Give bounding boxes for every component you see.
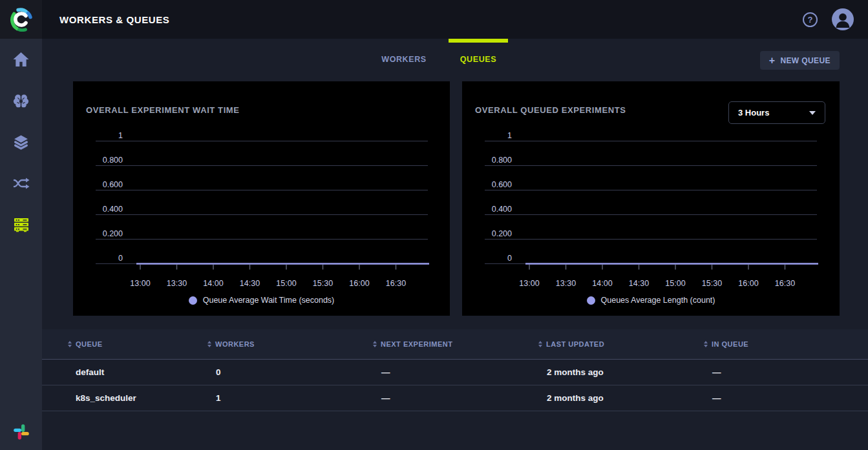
sort-icon[interactable]: [704, 341, 708, 347]
queue-name: default: [42, 360, 207, 385]
sidebar-item-slack[interactable]: [10, 420, 33, 444]
svg-text:13:30: 13:30: [556, 279, 576, 288]
svg-text:0: 0: [118, 254, 123, 263]
workers-count: 0: [207, 360, 373, 385]
svg-text:15:30: 15:30: [313, 279, 333, 288]
svg-text:15:00: 15:00: [665, 279, 685, 288]
workers-count: 1: [207, 385, 373, 411]
clearml-logo[interactable]: [0, 0, 42, 39]
svg-text:14:30: 14:30: [240, 279, 260, 288]
queues-table: QUEUE WORKERS NEXT EXPERIMENT LAST UPDAT…: [42, 329, 868, 411]
wait-time-chart[interactable]: 10.8000.6000.4000.200013:0013:3014:0014:…: [73, 81, 450, 316]
tab-bar: WORKERS QUEUES + NEW QUEUE: [42, 39, 868, 69]
sidebar-item-datasets[interactable]: [10, 130, 33, 154]
svg-text:0: 0: [507, 254, 512, 263]
pipelines-icon: [12, 176, 30, 191]
queued-experiments-chart-panel: OVERALL QUEUED EXPERIMENTS 3 Hours 10.80…: [462, 81, 840, 316]
queue-name: k8s_scheduler: [42, 385, 207, 411]
svg-text:0.400: 0.400: [103, 205, 123, 214]
svg-text:1: 1: [507, 131, 512, 140]
in-queue: —: [704, 385, 868, 411]
new-queue-button[interactable]: + NEW QUEUE: [760, 51, 840, 70]
user-avatar[interactable]: [832, 8, 854, 30]
last-updated: 2 months ago: [538, 360, 704, 385]
legend-dot-icon: [189, 296, 197, 305]
clearml-logo-icon: [9, 7, 34, 32]
slack-icon: [12, 422, 31, 442]
workers-queues-icon: [12, 216, 30, 234]
svg-text:0.200: 0.200: [492, 229, 512, 238]
svg-text:16:00: 16:00: [738, 279, 758, 288]
help-icon[interactable]: ?: [803, 12, 818, 27]
table-row[interactable]: k8s_scheduler 1 — 2 months ago —: [42, 385, 868, 411]
last-updated: 2 months ago: [538, 385, 704, 411]
svg-text:13:00: 13:00: [519, 279, 539, 288]
svg-text:13:30: 13:30: [167, 279, 187, 288]
sidebar-item-workers-queues[interactable]: [10, 213, 33, 236]
queued-experiments-chart[interactable]: 10.8000.6000.4000.200013:0013:3014:0014:…: [462, 81, 840, 316]
svg-text:14:00: 14:00: [592, 279, 612, 288]
chart-legend[interactable]: Queues Average Length (count): [462, 296, 840, 305]
svg-text:0.800: 0.800: [492, 156, 512, 165]
svg-text:1: 1: [118, 131, 123, 140]
column-header-workers[interactable]: WORKERS: [207, 329, 373, 359]
active-tab-indicator: [449, 39, 508, 43]
svg-text:16:30: 16:30: [775, 279, 795, 288]
svg-text:0.400: 0.400: [492, 205, 512, 214]
svg-text:14:30: 14:30: [629, 279, 649, 288]
page-title: WORKERS & QUEUES: [59, 14, 169, 25]
chart-legend[interactable]: Queue Average Wait Time (seconds): [73, 296, 450, 305]
svg-text:0.200: 0.200: [103, 229, 123, 238]
sort-icon[interactable]: [373, 341, 377, 347]
column-header-in-queue[interactable]: IN QUEUE: [704, 329, 868, 359]
table-header: QUEUE WORKERS NEXT EXPERIMENT LAST UPDAT…: [42, 329, 868, 360]
sort-icon[interactable]: [538, 341, 542, 347]
svg-text:13:00: 13:00: [130, 279, 150, 288]
svg-text:15:30: 15:30: [702, 279, 722, 288]
column-header-last-updated[interactable]: LAST UPDATED: [538, 329, 704, 359]
svg-text:0.800: 0.800: [103, 156, 123, 165]
svg-text:16:30: 16:30: [386, 279, 406, 288]
sidebar-nav: [0, 39, 42, 450]
wait-time-chart-panel: OVERALL EXPERIMENT WAIT TIME 10.8000.600…: [73, 81, 450, 316]
column-header-queue[interactable]: QUEUE: [42, 329, 207, 359]
sidebar-item-pipelines[interactable]: [10, 172, 33, 195]
home-icon: [12, 52, 30, 67]
main-content: WORKERS QUEUES + NEW QUEUE OVERALL EXPER…: [42, 39, 868, 450]
plus-icon: +: [769, 56, 776, 66]
svg-text:0.600: 0.600: [492, 180, 512, 189]
top-bar: WORKERS & QUEUES ?: [0, 0, 868, 39]
sidebar-item-projects[interactable]: [10, 89, 33, 112]
in-queue: —: [704, 360, 868, 385]
next-experiment: —: [373, 360, 538, 385]
svg-text:0.600: 0.600: [103, 180, 123, 189]
tab-queues[interactable]: QUEUES: [441, 39, 516, 69]
datasets-icon: [12, 134, 30, 151]
column-header-next-experiment[interactable]: NEXT EXPERIMENT: [373, 329, 538, 359]
charts-row: OVERALL EXPERIMENT WAIT TIME 10.8000.600…: [73, 81, 840, 316]
svg-text:15:00: 15:00: [276, 279, 296, 288]
tab-workers[interactable]: WORKERS: [367, 39, 441, 69]
legend-dot-icon: [587, 296, 595, 305]
svg-text:16:00: 16:00: [349, 279, 369, 288]
sidebar-item-home[interactable]: [10, 48, 33, 71]
table-row[interactable]: default 0 — 2 months ago —: [42, 360, 868, 385]
sort-icon[interactable]: [68, 341, 72, 347]
projects-icon: [12, 92, 30, 110]
sort-icon[interactable]: [207, 341, 211, 347]
svg-text:14:00: 14:00: [203, 279, 223, 288]
next-experiment: —: [373, 385, 538, 411]
